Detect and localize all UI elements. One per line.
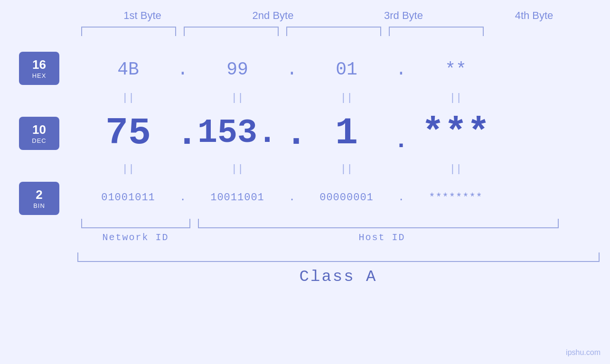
- equals-row-1: || || || ||: [81, 88, 610, 107]
- eq8: ||: [408, 163, 503, 175]
- bin-b3: 00000001: [299, 192, 394, 204]
- bin-label: BIN: [33, 202, 45, 209]
- bottom-brackets: [77, 219, 600, 228]
- hex-label: HEX: [32, 72, 47, 79]
- eq7: ||: [299, 163, 394, 175]
- host-bracket: [198, 219, 559, 228]
- byte3-header: 3rd Byte: [356, 9, 451, 22]
- dot-hex-3: .: [394, 59, 408, 80]
- bin-badge: 2 BIN: [19, 182, 59, 215]
- class-bracket: [77, 252, 600, 262]
- dot-bin-3: .: [394, 192, 408, 204]
- eq1: ||: [81, 92, 176, 104]
- id-labels-row: Network ID Host ID: [77, 232, 600, 243]
- dot-dec-1: .: [176, 112, 190, 155]
- bin-b2: 10011001: [190, 192, 285, 204]
- dec-b1: 75: [81, 114, 176, 152]
- dot-bin-2: .: [285, 192, 299, 204]
- dec-b2: 153.: [190, 117, 285, 150]
- dot-hex-1: .: [176, 59, 190, 80]
- hex-b2: 99: [190, 59, 285, 80]
- main-container: 1st Byte 2nd Byte 3rd Byte 4th Byte 16 H…: [0, 0, 610, 364]
- dec-badge: 10 DEC: [19, 117, 59, 150]
- dec-number: 10: [32, 122, 46, 137]
- content-area: 16 HEX 10 DEC 2 BIN 4B . 99 . 01 . **: [0, 46, 610, 216]
- dec-label: DEC: [32, 137, 46, 144]
- byte4-header: 4th Byte: [487, 9, 582, 22]
- bin-number: 2: [36, 187, 42, 202]
- bracket-3: [286, 27, 381, 36]
- hex-b4: **: [408, 59, 503, 80]
- class-label: Class A: [77, 268, 600, 286]
- watermark: ipshu.com: [566, 348, 601, 357]
- byte2-header: 2nd Byte: [225, 9, 320, 22]
- eq3: ||: [299, 92, 394, 104]
- network-bracket: [81, 219, 190, 228]
- hex-row: 4B . 99 . 01 . **: [81, 50, 610, 88]
- equals-row-2: || || || ||: [81, 159, 610, 178]
- hex-b1: 4B: [81, 59, 176, 80]
- network-id-label: Network ID: [77, 232, 194, 243]
- dec-b3: 1: [299, 114, 394, 152]
- label-column: 16 HEX 10 DEC 2 BIN: [19, 46, 81, 216]
- top-brackets: [77, 27, 600, 36]
- hex-number: 16: [32, 57, 46, 72]
- bracket-1: [81, 27, 176, 36]
- eq6: ||: [190, 163, 285, 175]
- eq5: ||: [81, 163, 176, 175]
- byte-headers: 1st Byte 2nd Byte 3rd Byte 4th Byte: [77, 9, 600, 27]
- dec-b4: ***: [408, 114, 503, 152]
- dec-row: 75 . 153. . 1 . ***: [81, 107, 610, 159]
- dot-hex-2: .: [285, 59, 299, 80]
- hex-b3: 01: [299, 59, 394, 80]
- bracket-2: [184, 27, 279, 36]
- byte1-header: 1st Byte: [95, 9, 190, 22]
- dot-bin-1: .: [176, 192, 190, 204]
- dot-dec-2: .: [285, 112, 299, 155]
- dot-dec-3: .: [394, 113, 408, 154]
- bin-b1: 01001011: [81, 192, 176, 204]
- eq4: ||: [408, 92, 503, 104]
- host-id-label: Host ID: [202, 232, 563, 243]
- bin-b4: ********: [408, 192, 503, 204]
- hex-badge: 16 HEX: [19, 52, 59, 85]
- bracket-4: [389, 27, 484, 36]
- class-row: Class A: [77, 252, 600, 286]
- eq2: ||: [190, 92, 285, 104]
- values-grid: 4B . 99 . 01 . ** || || || || 75: [81, 46, 610, 216]
- bin-row: 01001011 . 10011001 . 00000001 . *******…: [81, 178, 610, 216]
